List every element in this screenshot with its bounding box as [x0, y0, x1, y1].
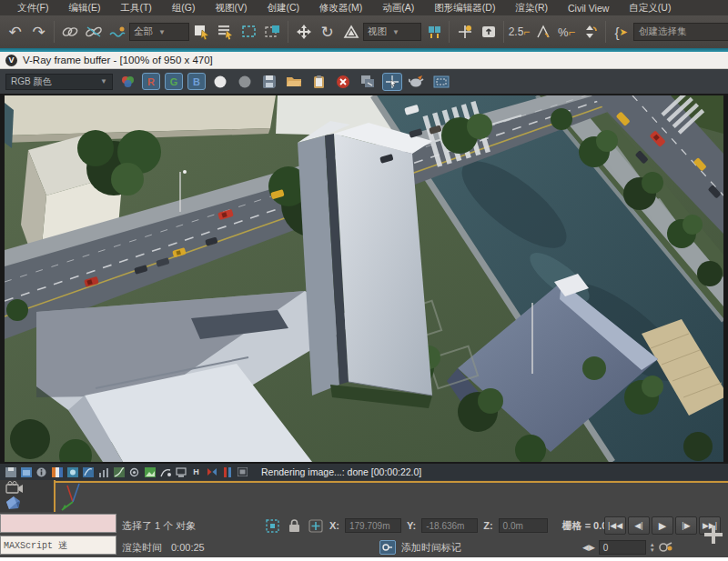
- absolute-mode-icon[interactable]: [308, 517, 324, 534]
- render-time-value: 0:00:25: [171, 542, 205, 553]
- rectangular-selection-region-icon[interactable]: [238, 19, 260, 45]
- select-scale-icon[interactable]: [339, 19, 362, 45]
- clear-image-icon[interactable]: [333, 73, 353, 91]
- maxscript-macro-recorder[interactable]: [0, 514, 116, 533]
- select-manipulate-icon[interactable]: [453, 19, 476, 45]
- select-link-icon[interactable]: [58, 19, 81, 45]
- image-info-icon[interactable]: [35, 466, 47, 477]
- select-by-name-icon[interactable]: [214, 19, 237, 45]
- menu-civil-view[interactable]: Civil View: [558, 3, 619, 14]
- stamp-icon[interactable]: [175, 466, 187, 477]
- snaps-toggle-icon[interactable]: 2.5⌐: [508, 19, 531, 45]
- menu-modifiers[interactable]: 修改器(M): [309, 2, 372, 15]
- reference-coordsys-dropdown[interactable]: 视图 ▼: [363, 23, 421, 41]
- color-corrections-icon[interactable]: [51, 466, 63, 477]
- maxscript-listener-field[interactable]: MAXScript 迷: [0, 536, 116, 555]
- toolbar-separator: [605, 21, 606, 43]
- green-channel-button[interactable]: G: [165, 73, 183, 90]
- red-channel-button[interactable]: R: [142, 73, 160, 90]
- selection-lock-icon[interactable]: [286, 517, 302, 534]
- force-color-clamping-icon[interactable]: [66, 466, 78, 477]
- go-to-start-button[interactable]: |◀◀: [604, 516, 626, 535]
- render-last-icon[interactable]: [407, 73, 427, 91]
- save-image-icon[interactable]: [259, 73, 279, 91]
- angle-snap-icon[interactable]: [531, 19, 554, 45]
- dropdown-arrow-icon: ▼: [158, 28, 166, 36]
- select-move-icon[interactable]: [292, 19, 315, 45]
- next-frame-button[interactable]: |▶: [675, 516, 697, 535]
- duplicate-to-host-icon[interactable]: [358, 73, 378, 91]
- menu-customize[interactable]: 自定义(U): [619, 2, 681, 15]
- menu-file[interactable]: 文件(F): [7, 2, 58, 15]
- menu-create[interactable]: 创建(C): [258, 2, 310, 15]
- selection-filter-dropdown[interactable]: 全部 ▼: [129, 23, 189, 41]
- vfb-rendered-image[interactable]: [0, 94, 728, 464]
- window-crossing-icon[interactable]: [261, 19, 284, 45]
- copy-clipboard-icon[interactable]: [308, 73, 329, 91]
- exposure-icon[interactable]: [128, 466, 140, 477]
- menu-animation[interactable]: 动画(A): [372, 2, 424, 15]
- monochrome-icon[interactable]: [235, 73, 255, 91]
- status-bar: MAXScript 迷 选择了 1 个 对象 X: 179.709m Y: -1…: [0, 512, 728, 557]
- isolate-selection-icon[interactable]: [264, 517, 280, 534]
- z-coordinate-field[interactable]: 0.0m: [499, 518, 548, 533]
- status-row-2: 渲染时间 0:00:25 添加时间标记: [122, 536, 595, 558]
- browse-images-icon[interactable]: [20, 466, 32, 477]
- 3dsmax-window: 文件(F) 编辑(E) 工具(T) 组(G) 视图(V) 创建(C) 修改器(M…: [0, 0, 728, 561]
- menu-rendering[interactable]: 渲染(R): [505, 2, 558, 15]
- named-selection-sets-icon[interactable]: {➤: [610, 19, 632, 45]
- select-rotate-icon[interactable]: ↻: [316, 19, 339, 45]
- render-time-label: 渲染时间: [122, 541, 162, 555]
- lens-effects-icon[interactable]: [159, 466, 171, 477]
- frame-spinner[interactable]: ▲▼: [650, 542, 655, 553]
- key-filters-icon[interactable]: [659, 540, 673, 555]
- previous-frame-button[interactable]: ◀|: [628, 516, 650, 535]
- named-selection-set-field[interactable]: 创建选择集: [633, 23, 728, 41]
- add-time-tag-label[interactable]: 添加时间标记: [401, 541, 461, 555]
- add-time-tag-icon[interactable]: [379, 540, 396, 555]
- geometry-object-icon[interactable]: [5, 496, 22, 512]
- viewport-pan-button[interactable]: [701, 514, 726, 556]
- compare-horizontal-icon[interactable]: H: [190, 466, 202, 477]
- maxscript-mini-listener: MAXScript 迷: [0, 512, 118, 557]
- key-mode-icon[interactable]: ◀▶: [582, 543, 595, 552]
- x-coordinate-field[interactable]: 179.709m: [345, 518, 401, 533]
- curves-icon[interactable]: [113, 466, 125, 477]
- open-image-icon[interactable]: [284, 73, 304, 91]
- y-coordinate-field[interactable]: -18.636m: [421, 518, 478, 533]
- menu-bar: 文件(F) 编辑(E) 工具(T) 组(G) 视图(V) 创建(C) 修改器(M…: [0, 0, 728, 15]
- page-background: [0, 557, 728, 561]
- percent-snap-icon[interactable]: %⌐: [555, 19, 578, 45]
- current-frame-field[interactable]: 0: [599, 540, 646, 555]
- blue-channel-button[interactable]: B: [187, 73, 206, 90]
- menu-graph-editors[interactable]: 图形编辑器(D): [424, 2, 505, 15]
- ab-compare-icon[interactable]: [221, 466, 233, 477]
- view-srgb-icon[interactable]: [82, 466, 94, 477]
- background-image-icon[interactable]: [144, 466, 156, 477]
- menu-group[interactable]: 组(G): [162, 2, 206, 15]
- history-panel-icon[interactable]: [237, 466, 248, 477]
- rgb-channels-icon[interactable]: [117, 73, 137, 91]
- keyboard-override-icon[interactable]: [477, 19, 500, 45]
- vfb-channel-dropdown[interactable]: RGB 颜色 ▼: [5, 74, 113, 90]
- compare-wipe-icon[interactable]: [206, 466, 217, 477]
- menu-views[interactable]: 视图(V): [206, 2, 258, 15]
- undo-icon[interactable]: ↶: [4, 19, 26, 45]
- vfb-title-bar[interactable]: V V-Ray frame buffer - [100% of 950 x 47…: [0, 52, 728, 69]
- play-button[interactable]: ▶: [652, 516, 673, 535]
- levels-icon[interactable]: [97, 466, 109, 477]
- viewport-area[interactable]: [56, 483, 728, 512]
- use-center-icon[interactable]: [422, 19, 445, 45]
- bind-spacewarp-icon[interactable]: [106, 19, 128, 45]
- spinner-snap-icon[interactable]: [579, 19, 602, 45]
- redo-icon[interactable]: ↷: [27, 19, 50, 45]
- unlink-icon[interactable]: [82, 19, 105, 45]
- region-render-icon[interactable]: [431, 73, 451, 91]
- select-object-icon[interactable]: [190, 19, 213, 45]
- menu-edit[interactable]: 编辑(E): [58, 2, 110, 15]
- menu-tools[interactable]: 工具(T): [110, 2, 161, 15]
- toolbar-separator: [449, 21, 450, 43]
- alpha-channel-icon[interactable]: [210, 73, 230, 91]
- save-image-small-icon[interactable]: [5, 466, 16, 477]
- track-mouse-icon[interactable]: [382, 73, 402, 91]
